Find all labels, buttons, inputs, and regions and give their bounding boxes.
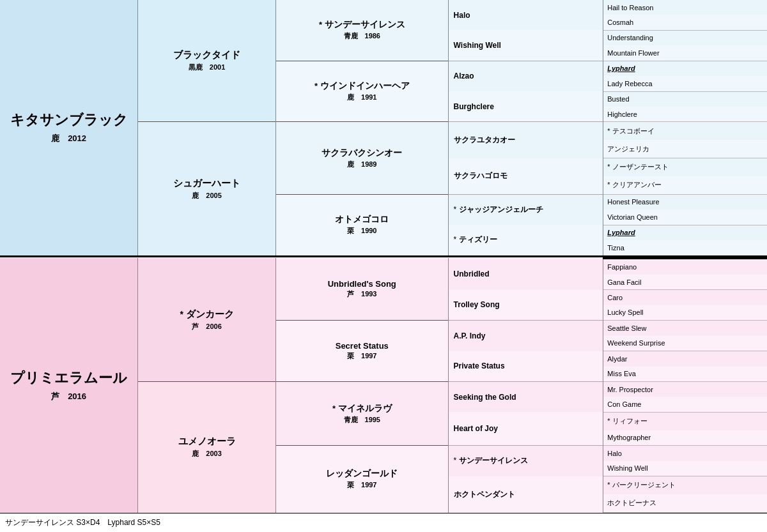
gen3-2: サクラバクシンオー鹿 1989 bbox=[275, 122, 448, 194]
gen1-top: キタサンブラック鹿 2012 bbox=[0, 0, 138, 256]
gen4-6: * ジャッジアンジェルーチ bbox=[448, 194, 603, 225]
gen5-5: Weekend Surprise bbox=[603, 336, 767, 351]
gen5-11: Mythographer bbox=[603, 430, 767, 446]
gen5-8: Mr. Prospector bbox=[603, 382, 767, 397]
gen4-6: * サンデーサイレンス bbox=[448, 446, 603, 476]
gen5-4: Seattle Slew bbox=[603, 321, 767, 336]
gen4-5: Heart of Joy bbox=[448, 412, 603, 445]
gen2-bottom: ユメノオーラ鹿 2003 bbox=[138, 382, 276, 513]
gen5-7: Miss Eva bbox=[603, 367, 767, 382]
gen5-14: Lyphard bbox=[603, 225, 767, 240]
gen5-14: * パークリージェント bbox=[603, 476, 767, 494]
gen5-13: Wishing Well bbox=[603, 461, 767, 476]
gen5-1: Gana Facil bbox=[603, 275, 767, 290]
gen3-1: Secret Status栗 1997 bbox=[275, 321, 448, 382]
gen4-7: * ティズリー bbox=[448, 225, 603, 256]
gen4-1: Trolley Song bbox=[448, 290, 603, 321]
gen5-6: Busted bbox=[603, 91, 767, 107]
gen4-3: Burghclere bbox=[448, 91, 603, 122]
gen2-top: * ダンカーク芦 2006 bbox=[138, 258, 276, 381]
gen3-1: * ウインドインハーヘア鹿 1991 bbox=[275, 61, 448, 122]
gen5-6: Alydar bbox=[603, 351, 767, 367]
gen5-3: Mountain Flower bbox=[603, 45, 767, 61]
gen5-2: Caro bbox=[603, 290, 767, 305]
gen5-12: Halo bbox=[603, 446, 767, 461]
gen5-2: Understanding bbox=[603, 30, 767, 45]
gen5-11: * クリアアンバー bbox=[603, 176, 767, 194]
gen5-10: * リィフォー bbox=[603, 412, 767, 430]
gen5-0: Fappiano bbox=[603, 258, 767, 274]
gen4-3: Private Status bbox=[448, 351, 603, 382]
gen5-9: Con Game bbox=[603, 397, 767, 412]
gen3-3: レッダンゴールド栗 1997 bbox=[275, 446, 448, 513]
gen4-5: サクラハゴロモ bbox=[448, 158, 603, 195]
gen3-0: * サンデーサイレンス青鹿 1986 bbox=[275, 0, 448, 61]
gen5-1: Cosmah bbox=[603, 15, 767, 30]
gen4-0: Halo bbox=[448, 0, 603, 30]
gen4-1: Wishing Well bbox=[448, 30, 603, 61]
gen5-0: Hail to Reason bbox=[603, 0, 767, 15]
gen4-2: A.P. Indy bbox=[448, 321, 603, 351]
gen2-bottom: シュガーハート鹿 2005 bbox=[138, 122, 276, 257]
gen4-4: サクラユタカオー bbox=[448, 122, 603, 158]
gen3-0: Unbridled's Song芦 1993 bbox=[275, 258, 448, 320]
gen5-9: アンジェリカ bbox=[603, 140, 767, 158]
gen1-bottom: プリミエラムール芦 2016 bbox=[0, 258, 138, 512]
gen5-4: Lyphard bbox=[603, 61, 767, 76]
gen4-4: Seeking the Gold bbox=[448, 382, 603, 413]
gen5-10: * ノーザンテースト bbox=[603, 158, 767, 176]
pedigree-container: キタサンブラック鹿 2012ブラックタイド黒鹿 2001* サンデーサイレンス青… bbox=[0, 0, 767, 532]
gen4-2: Alzao bbox=[448, 61, 603, 91]
gen5-15: ホクトビーナス bbox=[603, 494, 767, 513]
gen2-top: ブラックタイド黒鹿 2001 bbox=[138, 0, 276, 122]
gen5-12: Honest Pleasure bbox=[603, 194, 767, 209]
footer-note: サンデーサイレンス S3×D4 Lyphard S5×S5 bbox=[0, 513, 767, 532]
gen4-7: ホクトペンダント bbox=[448, 476, 603, 513]
pedigree-table: キタサンブラック鹿 2012ブラックタイド黒鹿 2001* サンデーサイレンス青… bbox=[0, 0, 767, 513]
gen4-0: Unbridled bbox=[448, 258, 603, 289]
gen5-5: Lady Rebecca bbox=[603, 76, 767, 91]
gen5-3: Lucky Spell bbox=[603, 305, 767, 321]
gen5-8: * テスコボーイ bbox=[603, 122, 767, 140]
gen3-2: * マイネルラヴ青鹿 1995 bbox=[275, 382, 448, 446]
gen5-7: Highclere bbox=[603, 107, 767, 122]
gen3-3: オトメゴコロ栗 1990 bbox=[275, 194, 448, 256]
gen5-13: Victorian Queen bbox=[603, 209, 767, 225]
gen5-15: Tizna bbox=[603, 240, 767, 256]
